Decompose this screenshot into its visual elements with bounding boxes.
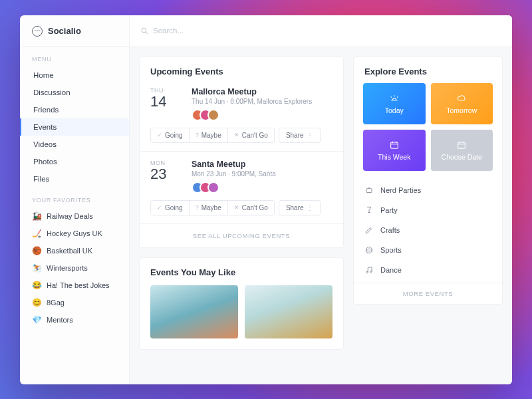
ski-icon: ⛷️ — [32, 263, 41, 273]
see-all-events-link[interactable]: SEE ALL UPCOMING EVENTS — [140, 223, 343, 247]
avatar[interactable] — [207, 182, 219, 194]
attendee-avatars — [192, 109, 332, 121]
tile-today[interactable]: Today — [363, 83, 426, 124]
going-button[interactable]: ✓Going — [151, 128, 190, 142]
category-party[interactable]: Party — [363, 200, 493, 220]
sidebar: 〰 Socialio MENU Home Discussion Friends … — [20, 15, 130, 384]
rsvp-group: ✓Going ?Maybe ✕Can't Go — [150, 128, 275, 143]
may-like-card: Events You May Like — [139, 257, 344, 350]
going-button[interactable]: ✓Going — [151, 201, 190, 215]
content: Upcoming Events THU 14 Mallorca Meetup T… — [130, 47, 512, 384]
favorite-label: Wintersports — [47, 264, 88, 272]
smile-icon: 😊 — [32, 298, 41, 307]
svg-rect-4 — [366, 188, 372, 192]
event-date: MON 23 — [150, 160, 180, 194]
maybe-button[interactable]: ?Maybe — [190, 201, 228, 215]
tile-label: Choose Date — [442, 153, 482, 161]
svg-point-6 — [366, 271, 368, 273]
brand-name: Socialio — [48, 26, 81, 36]
upcoming-title: Upcoming Events — [140, 57, 343, 83]
sidebar-item-discussion[interactable]: Discussion — [20, 84, 129, 101]
check-icon: ✓ — [157, 132, 162, 138]
avatar[interactable] — [207, 109, 219, 121]
svg-point-5 — [366, 247, 372, 253]
basketball-icon: 🏀 — [32, 246, 41, 255]
favorite-hockey[interactable]: 🏒Hockey Guys UK — [20, 225, 129, 242]
right-column: Explore Events Today Tomorrow This We — [353, 57, 503, 384]
dots-icon: ⋮ — [307, 204, 313, 211]
sidebar-item-friends[interactable]: Friends — [20, 101, 129, 118]
main-area: Upcoming Events THU 14 Mallorca Meetup T… — [130, 15, 512, 384]
favorite-basketball[interactable]: 🏀Basketball UK — [20, 242, 129, 259]
topbar — [130, 15, 512, 47]
category-crafts[interactable]: Crafts — [363, 220, 493, 240]
category-sports[interactable]: Sports — [363, 240, 493, 260]
share-button[interactable]: Share⋮ — [279, 200, 321, 215]
music-icon — [364, 265, 374, 275]
robot-icon — [364, 186, 374, 195]
hockey-icon: 🏒 — [32, 229, 41, 238]
category-nerd-parties[interactable]: Nerd Parties — [363, 180, 493, 200]
maybe-label: Maybe — [201, 204, 221, 211]
event-title[interactable]: Santa Meetup — [192, 160, 332, 169]
cloud-icon — [456, 93, 467, 104]
category-dance[interactable]: Dance — [363, 260, 493, 280]
calendar-icon — [456, 140, 467, 150]
event-item: THU 14 Mallorca Meetup Thu 14 Jun · 8:00… — [140, 83, 343, 151]
sidebar-item-files[interactable]: Files — [20, 170, 129, 188]
sidebar-item-videos[interactable]: Videos — [20, 136, 129, 153]
calendar-icon — [389, 140, 400, 150]
suggested-event-image[interactable] — [150, 285, 238, 338]
event-meta: Mon 23 Jun · 9:00PM, Santa — [192, 170, 332, 178]
cantgo-button[interactable]: ✕Can't Go — [228, 201, 274, 215]
event-day-name: THU — [150, 87, 180, 94]
question-icon: ? — [196, 132, 199, 138]
tile-this-week[interactable]: This Week — [363, 130, 426, 171]
category-label: Nerd Parties — [380, 186, 421, 194]
suggested-event-image[interactable] — [245, 285, 332, 338]
maybe-button[interactable]: ?Maybe — [190, 128, 228, 142]
favorite-mentors[interactable]: 💎Mentors — [20, 311, 129, 329]
event-meta: Thu 14 Jun · 8:00PM, Mallorca Explorers — [192, 98, 332, 105]
glass-icon — [364, 205, 374, 215]
sidebar-item-events[interactable]: Events — [20, 118, 129, 136]
favorite-jokes[interactable]: 😂Ha! The best Jokes — [20, 277, 129, 294]
favorite-label: Mentors — [47, 316, 73, 324]
favorites-section-label: YOUR FAVORITES — [20, 188, 129, 207]
event-day-num: 14 — [150, 94, 180, 110]
search-input[interactable] — [153, 27, 251, 35]
share-button[interactable]: Share⋮ — [279, 128, 321, 143]
tile-label: This Week — [378, 153, 410, 161]
upcoming-events-card: Upcoming Events THU 14 Mallorca Meetup T… — [139, 57, 344, 248]
search-box[interactable] — [140, 27, 251, 35]
explore-card: Explore Events Today Tomorrow This We — [353, 57, 503, 305]
brand-icon: 〰 — [32, 26, 43, 37]
gem-icon: 💎 — [32, 315, 41, 325]
pencil-icon — [364, 225, 374, 235]
sidebar-item-home[interactable]: Home — [20, 66, 129, 84]
going-label: Going — [165, 132, 183, 139]
cantgo-label: Can't Go — [242, 132, 268, 139]
rsvp-group: ✓Going ?Maybe ✕Can't Go — [150, 200, 275, 215]
check-icon: ✓ — [157, 204, 162, 211]
svg-rect-3 — [458, 142, 466, 148]
favorite-label: Basketball UK — [47, 247, 92, 255]
explore-title: Explore Events — [354, 57, 502, 83]
favorite-railway[interactable]: 🚂Railway Deals — [20, 207, 129, 225]
favorite-wintersports[interactable]: ⛷️Wintersports — [20, 259, 129, 277]
category-label: Sports — [380, 246, 402, 254]
favorite-8gag[interactable]: 😊8Gag — [20, 294, 129, 311]
event-title[interactable]: Mallorca Meetup — [192, 87, 332, 96]
tile-choose-date[interactable]: Choose Date — [431, 130, 493, 171]
tile-tomorrow[interactable]: Tomorrow — [431, 83, 493, 124]
sidebar-item-photos[interactable]: Photos — [20, 153, 129, 170]
share-label: Share — [286, 204, 304, 211]
event-day-num: 23 — [150, 166, 180, 182]
svg-rect-2 — [390, 142, 398, 148]
more-events-link[interactable]: MORE EVENTS — [354, 283, 502, 304]
favorite-label: Ha! The best Jokes — [47, 281, 110, 289]
cantgo-button[interactable]: ✕Can't Go — [228, 128, 274, 142]
x-icon: ✕ — [234, 132, 239, 138]
cantgo-label: Can't Go — [242, 204, 268, 211]
favorite-label: Railway Deals — [47, 212, 93, 220]
